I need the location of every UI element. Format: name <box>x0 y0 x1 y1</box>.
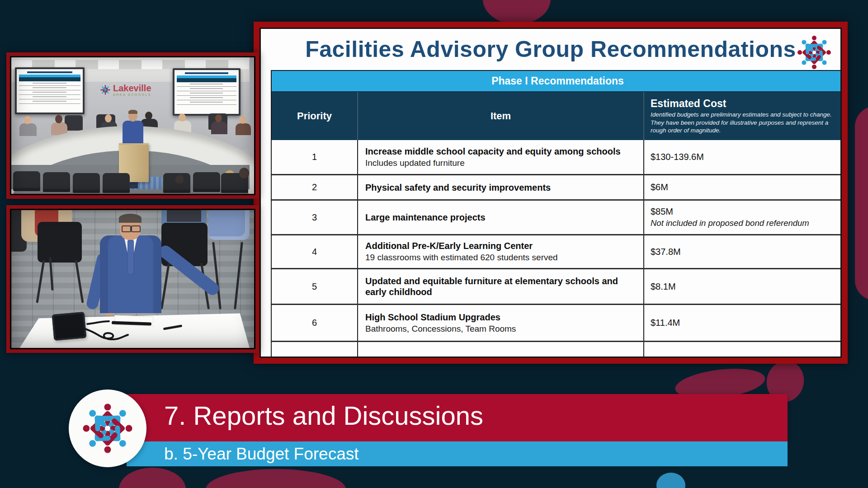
cost-cell: $37.8M <box>644 235 840 268</box>
priority-cell: 3 <box>272 201 358 234</box>
board-member-head <box>105 114 112 122</box>
cost-header-note: Identified budgets are preliminary estim… <box>651 111 837 135</box>
item-subtitle: 19 classrooms with estimated 620 student… <box>365 252 639 263</box>
speaker-hair <box>128 110 137 114</box>
item-title: Increase middle school capacity and equi… <box>365 146 639 157</box>
agenda-item-title: 7. Reports and Discussions <box>164 400 483 431</box>
lower-third-secondary-bar: b. 5-Year Budget Forecast <box>127 441 788 466</box>
mini-row <box>19 90 80 95</box>
cost-value: $37.8M <box>651 247 839 257</box>
table-rows: 1Increase middle school capacity and equ… <box>272 140 840 357</box>
item-subtitle: Bathrooms, Concessions, Team Rooms <box>365 324 639 334</box>
col-header-item: Item <box>358 92 644 140</box>
mini-row <box>177 82 236 87</box>
item-cell: Large maintenance projects <box>358 201 644 234</box>
wall-logo: Lakeville AREA SCHOOLS <box>100 84 163 96</box>
audience-head <box>239 168 249 178</box>
item-cell: Physical safety and security improvement… <box>358 175 644 199</box>
broadcast-frame: Facilities Advisory Group Recommendation… <box>0 0 868 488</box>
audience-chair <box>13 171 40 191</box>
cost-value: $6M <box>651 182 839 192</box>
item-subtitle: Includes updated furniture <box>365 158 639 169</box>
slide-title: Facilities Advisory Group Recommendation… <box>261 36 840 62</box>
recommendations-table: Phase I Recommendations Priority Item Es… <box>271 70 840 357</box>
table-phase-header: Phase I Recommendations <box>272 71 840 92</box>
district-logo-icon <box>795 33 833 71</box>
table-row: 5Updated and equitable furniture at elem… <box>272 268 840 304</box>
blob-top-center <box>483 0 551 24</box>
table-row: 4Additional Pre-K/Early Learning Center1… <box>272 234 840 268</box>
chair <box>65 115 83 131</box>
lower-third-primary-bar: 7. Reports and Discussions <box>127 394 788 441</box>
board-member <box>211 122 227 134</box>
blob-blue-bottom <box>656 473 685 488</box>
item-title: Physical safety and security improvement… <box>365 182 639 193</box>
priority-cell: 6 <box>272 305 358 341</box>
priority-cell: 4 <box>272 235 358 268</box>
blob-under-logo <box>119 468 186 488</box>
mini-row <box>19 99 80 104</box>
slide-content: Facilities Advisory Group Recommendation… <box>261 29 840 357</box>
mini-header-row <box>177 78 236 82</box>
mini-row <box>177 91 236 96</box>
speaker-torso <box>123 121 143 146</box>
board-room-scene: Lakeville AREA SCHOOLS <box>11 57 254 194</box>
item-cell: Additional Pre-K/Early Learning Center19… <box>358 235 644 268</box>
video-feed-presenter <box>6 205 259 353</box>
item-cell: Updated and equitable furniture at eleme… <box>358 269 644 304</box>
cost-cell: $6M <box>644 175 840 199</box>
board-member-head <box>215 114 222 122</box>
presenter-scene <box>11 210 254 348</box>
mini-row <box>177 87 236 91</box>
mini-header-row <box>19 77 80 81</box>
agenda-subitem-title: b. 5-Year Budget Forecast <box>164 445 359 464</box>
audience-chair <box>103 173 130 193</box>
mini-row <box>19 86 80 90</box>
district-logo-badge <box>69 389 146 467</box>
audience-chair <box>43 172 70 192</box>
board-member-head <box>24 116 31 124</box>
cost-value: $11.4M <box>651 318 839 328</box>
cable <box>11 210 250 348</box>
item-title: Updated and equitable furniture at eleme… <box>365 276 639 297</box>
board-member <box>19 123 37 136</box>
projection-screen-right <box>173 68 241 116</box>
item-cell: High School Stadium UpgradesBathrooms, C… <box>358 305 644 341</box>
table-row: 3Large maintenance projects$85MNot inclu… <box>272 199 840 234</box>
board-member <box>236 123 251 135</box>
blob-right-edge <box>855 106 868 300</box>
cost-note: Not included in proposed bond referendum <box>651 218 839 228</box>
board-member-head <box>55 115 62 123</box>
mini-row <box>177 100 236 105</box>
cost-cell: $8.1M <box>644 269 840 304</box>
board-member-head <box>179 113 186 122</box>
blob-bottom-left <box>206 469 346 488</box>
cost-value: $85M <box>651 206 839 217</box>
item-title: Additional Pre-K/Early Learning Center <box>365 240 639 251</box>
wall-logo-subtitle: AREA SCHOOLS <box>113 93 151 96</box>
projection-screen-left <box>15 67 85 114</box>
mini-row <box>19 81 80 86</box>
district-logo-icon <box>80 400 136 456</box>
priority-cell: 2 <box>272 175 358 199</box>
table-row: 2Physical safety and security improvemen… <box>272 174 840 199</box>
table-row: 1Increase middle school capacity and equ… <box>272 140 840 174</box>
col-header-priority: Priority <box>272 92 358 140</box>
board-member-head <box>239 116 246 124</box>
cost-cell: $11.4M <box>644 305 840 341</box>
mini-slide-title <box>27 71 72 73</box>
priority-cell: 1 <box>272 140 358 174</box>
mini-slide-title <box>185 72 229 74</box>
audience-head <box>175 175 184 184</box>
priority-cell: 7 <box>272 342 358 357</box>
presentation-slide: Facilities Advisory Group Recommendation… <box>254 22 848 364</box>
board-member-head <box>145 112 152 120</box>
col-header-cost: Estimated Cost Identified budgets are pr… <box>644 92 840 140</box>
item-title: Large maintenance projects <box>365 212 639 223</box>
item-cell: Increase middle school capacity and equi… <box>358 140 644 174</box>
cost-value: $130-139.6M <box>651 152 839 162</box>
table-row: 7Performing Arts Center at one middle sc… <box>272 341 840 357</box>
mini-row <box>177 96 236 100</box>
audience-chair <box>193 172 220 192</box>
audience-chair <box>73 173 100 193</box>
